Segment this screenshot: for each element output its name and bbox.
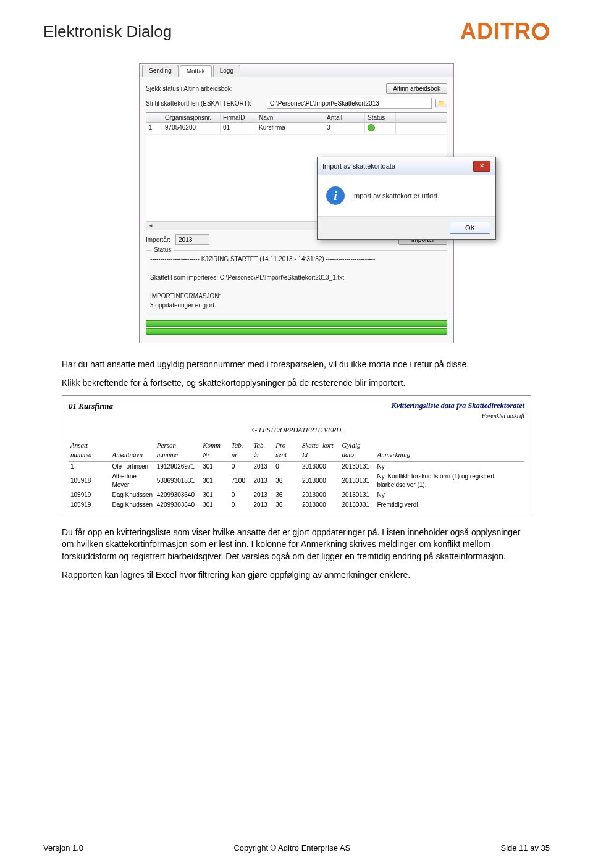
app-window-screenshot: Sending Mottak Logg Sjekk status i Altin… — [139, 63, 454, 343]
tab-bar: Sending Mottak Logg — [140, 64, 453, 77]
footer-version: Versjon 1.0 — [43, 843, 83, 853]
info-dialog: Import av skattekortdata ✕ i Import av s… — [317, 157, 496, 240]
status-ok-icon — [368, 124, 375, 131]
table-row[interactable]: 1 970546200 01 Kursfirma 3 — [146, 123, 447, 135]
footer-page: Side 11 av 35 — [500, 843, 550, 853]
paragraph: Klikk bekreftende for å fortsette, og sk… — [62, 377, 531, 390]
body-text: Har du hatt ansatte med ugyldig personnu… — [62, 359, 531, 581]
progress-bar-icon — [146, 328, 447, 335]
report-section: <- LESTE/OPPDATERTE VERD. — [69, 425, 524, 435]
label-path: Sti til skattekortfilen (ESKATTEKORT): — [146, 100, 263, 107]
status-panel: Status ------------------------ KJØRING … — [146, 250, 447, 314]
ok-button[interactable]: OK — [450, 222, 490, 234]
dialog-message: Import av skattekort er utført. — [352, 192, 439, 199]
grid-head-org: Organisasjonsnr. — [162, 113, 221, 122]
report-table: Ansatt nummer Ansattnavn Person nummer K… — [69, 440, 524, 510]
table-row: 105918Albertine Meyer5306930183130171002… — [69, 472, 524, 490]
paragraph: Du får opp en kvitteringsliste som viser… — [62, 527, 531, 563]
altinn-workbook-button[interactable]: Altinn arbeidsbok — [386, 83, 447, 94]
browse-icon[interactable]: 📁 — [435, 99, 447, 107]
footer-copyright: Copyright © Aditro Enterprise AS — [233, 843, 350, 853]
tab-mottak[interactable]: Mottak — [180, 65, 212, 77]
import-year-label: Importår: — [146, 236, 170, 243]
info-icon: i — [326, 186, 345, 205]
grid-head-status: Status — [365, 113, 396, 122]
logo: ADITR — [460, 19, 550, 44]
paragraph: Rapporten kan lagres til Excel hvor filt… — [62, 569, 531, 582]
progress-bars — [146, 320, 447, 335]
grid-head-index — [146, 113, 162, 122]
scroll-left-icon[interactable]: ◄ — [146, 223, 155, 228]
table-row: 105919Dag Knudssen4209930364030102013362… — [69, 500, 524, 510]
import-year-input[interactable] — [175, 234, 209, 245]
close-icon[interactable]: ✕ — [473, 161, 490, 172]
table-row: 1Ole Torfinsen19129026971301020130201300… — [69, 461, 524, 472]
grid-head-navn: Navn — [256, 113, 324, 122]
progress-bar-icon — [146, 320, 447, 327]
tab-logg[interactable]: Logg — [213, 65, 240, 77]
table-row: 105919Dag Knudssen4209930364030102013362… — [69, 490, 524, 500]
import-grid: Organisasjonsnr. FirmaID Navn Antall Sta… — [146, 112, 447, 230]
report-title: Kvitteringsliste data fra Skattedirektor… — [391, 401, 524, 412]
path-input[interactable] — [267, 98, 432, 109]
dialog-title: Import av skattekortdata — [322, 162, 395, 170]
tab-sending[interactable]: Sending — [142, 65, 179, 77]
receipt-report: 01 Kursfirma Kvitteringsliste data fra S… — [62, 395, 531, 515]
report-firm: 01 Kursfirma — [69, 401, 113, 412]
report-subtitle: Forenklet utskrift — [391, 412, 524, 420]
status-log-text: ------------------------ KJØRING STARTET… — [150, 254, 443, 310]
page-header: Elektronisk Dialog ADITR — [43, 19, 550, 44]
label-check-status: Sjekk status i Altinn arbeidsbok: — [146, 85, 263, 92]
status-legend: Status — [151, 246, 174, 253]
grid-head-firmaid: FirmaID — [221, 113, 256, 122]
page-title: Elektronisk Dialog — [43, 22, 172, 41]
grid-head-antall: Antall — [324, 113, 365, 122]
paragraph: Har du hatt ansatte med ugyldig personnu… — [62, 359, 531, 371]
logo-o-icon — [532, 23, 549, 40]
page-footer: Versjon 1.0 Copyright © Aditro Enterpris… — [43, 843, 550, 853]
